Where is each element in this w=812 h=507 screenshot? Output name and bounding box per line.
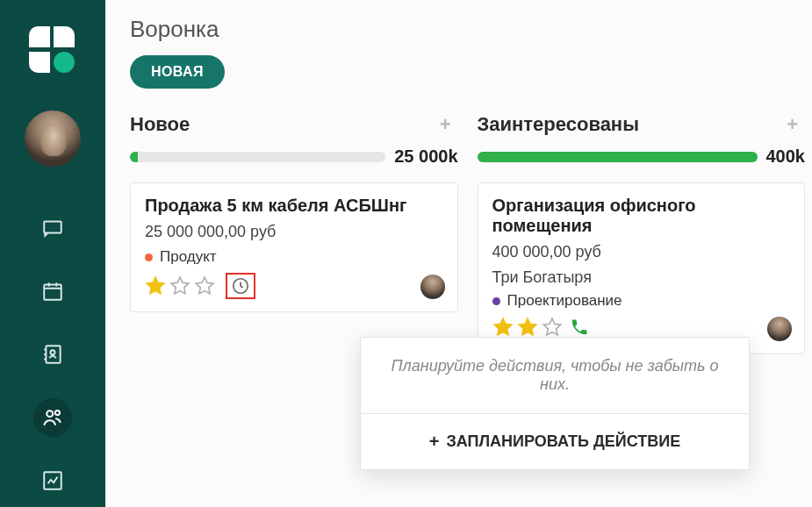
nav-messages-icon[interactable] (33, 209, 72, 247)
deal-title: Продажа 5 км кабеля АСБШнг (145, 196, 443, 216)
nav-calendar-icon[interactable] (33, 272, 72, 311)
column-title: Новое (130, 113, 190, 136)
overdue-activity-indicator[interactable] (226, 273, 255, 299)
column-total: 25 000k (394, 146, 457, 167)
deal-tag: Проектирование (492, 292, 791, 310)
deal-amount: 25 000 000,00 руб (145, 223, 443, 241)
add-card-button[interactable]: + (780, 113, 805, 136)
phone-icon[interactable] (570, 318, 589, 337)
column-progress (130, 152, 385, 162)
star-icon (194, 275, 215, 296)
plus-icon: + (429, 432, 440, 452)
assignee-avatar[interactable] (767, 317, 792, 341)
star-icon (492, 317, 514, 338)
schedule-activity-popover: Планируйте действия, чтобы не забыть о н… (360, 337, 750, 470)
svg-rect-0 (44, 221, 61, 232)
priority-stars[interactable] (492, 317, 563, 338)
deal-card[interactable]: Организация офисного помещения 400 000,0… (478, 182, 806, 354)
deal-card[interactable]: Продажа 5 км кабеля АСБШнг 25 000 000,00… (130, 182, 458, 312)
star-icon (169, 275, 190, 296)
column-total: 400k (766, 146, 806, 167)
star-icon (517, 317, 538, 338)
kanban-column: Новое + 25 000k Продажа 5 км кабеля АСБШ… (130, 113, 458, 354)
schedule-activity-button[interactable]: + ЗАПЛАНИРОВАТЬ ДЕЙСТВИЕ (361, 414, 749, 469)
app-logo (29, 26, 76, 74)
deal-tag-label: Продукт (160, 248, 217, 266)
kanban-column: Заинтересованы + 400k Организация офисно… (478, 113, 806, 354)
nav-reports-icon[interactable] (33, 461, 72, 500)
sidebar (0, 0, 105, 507)
tag-dot-icon (492, 297, 500, 305)
svg-point-4 (47, 411, 53, 417)
tag-dot-icon (145, 254, 153, 261)
deal-company: Три Богатыря (492, 268, 791, 287)
svg-point-3 (51, 350, 55, 354)
star-icon (145, 275, 166, 296)
page-title: Воронка (130, 16, 805, 43)
clock-icon (231, 276, 250, 296)
deal-amount: 400 000,00 руб (492, 243, 791, 261)
deal-tag-label: Проектирование (507, 292, 622, 310)
add-card-button[interactable]: + (433, 113, 458, 136)
column-title: Заинтересованы (478, 113, 639, 136)
user-avatar[interactable] (23, 109, 83, 168)
column-progress (478, 152, 758, 162)
assignee-avatar[interactable] (420, 275, 445, 299)
main: Воронка НОВАЯ Новое + 25 000k Продажа 5 … (105, 0, 812, 507)
deal-title: Организация офисного помещения (492, 196, 791, 236)
kanban-columns: Новое + 25 000k Продажа 5 км кабеля АСБШ… (130, 113, 805, 354)
star-icon (542, 317, 563, 338)
new-pipeline-button[interactable]: НОВАЯ (130, 55, 225, 89)
priority-stars[interactable] (145, 275, 215, 296)
popover-hint: Планируйте действия, чтобы не забыть о н… (361, 338, 749, 414)
svg-point-5 (55, 411, 60, 415)
nav (33, 200, 72, 500)
deal-tag: Продукт (145, 248, 443, 266)
nav-people-icon[interactable] (33, 398, 72, 437)
svg-rect-1 (44, 284, 61, 299)
schedule-activity-label: ЗАПЛАНИРОВАТЬ ДЕЙСТВИЕ (446, 432, 680, 451)
nav-contacts-book-icon[interactable] (33, 335, 72, 374)
